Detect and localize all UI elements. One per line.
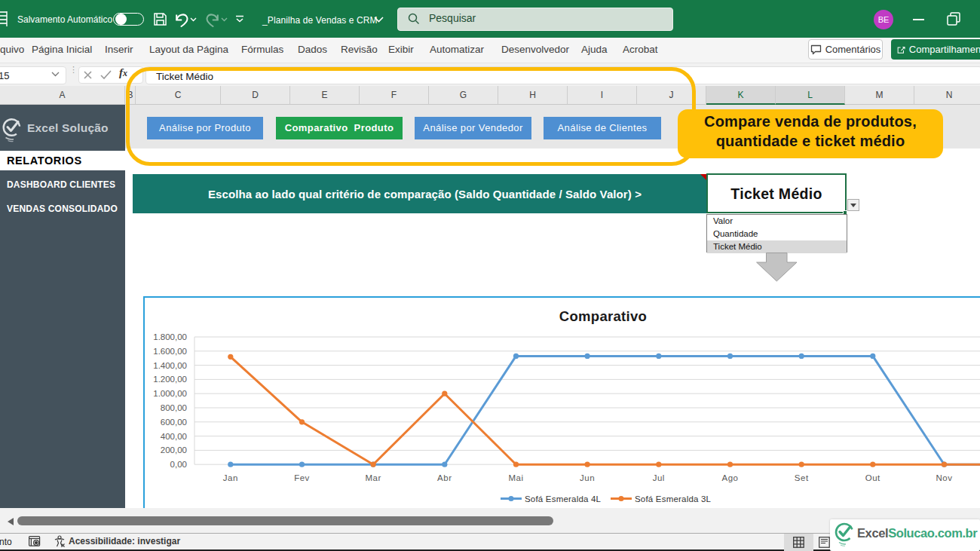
svg-text:Ago: Ago	[722, 473, 739, 482]
svg-text:600,00: 600,00	[161, 418, 187, 427]
svg-text:Excel Solução: Excel Solução	[27, 121, 109, 134]
svg-text:1.200,00: 1.200,00	[153, 375, 187, 384]
svg-text:1.000,00: 1.000,00	[153, 389, 187, 398]
svg-text:Abr: Abr	[437, 473, 452, 482]
svg-text:400,00: 400,00	[161, 432, 187, 441]
svg-text:Nov: Nov	[936, 473, 953, 482]
svg-text:0,00: 0,00	[170, 460, 187, 469]
svg-text:Mar: Mar	[365, 473, 381, 482]
svg-text:Set: Set	[795, 473, 809, 482]
svg-text:Mai: Mai	[508, 473, 523, 482]
svg-text:Comparativo: Comparativo	[559, 308, 647, 324]
svg-text:ExcelSolucao.com.br: ExcelSolucao.com.br	[857, 526, 978, 540]
svg-text:Fev: Fev	[294, 473, 310, 482]
svg-text:Sofá Esmeralda 4L: Sofá Esmeralda 4L	[525, 494, 602, 504]
svg-text:800,00: 800,00	[161, 403, 187, 412]
svg-text:Sofá Esmeralda 3L: Sofá Esmeralda 3L	[635, 494, 712, 504]
svg-text:Jan: Jan	[223, 473, 238, 482]
svg-text:1.400,00: 1.400,00	[153, 361, 187, 370]
svg-text:1.800,00: 1.800,00	[153, 332, 187, 341]
svg-text:1.600,00: 1.600,00	[153, 347, 187, 356]
svg-text:Jun: Jun	[580, 473, 595, 482]
svg-text:Out: Out	[865, 473, 880, 482]
svg-text:Jul: Jul	[653, 473, 665, 482]
svg-text:200,00: 200,00	[161, 445, 187, 455]
